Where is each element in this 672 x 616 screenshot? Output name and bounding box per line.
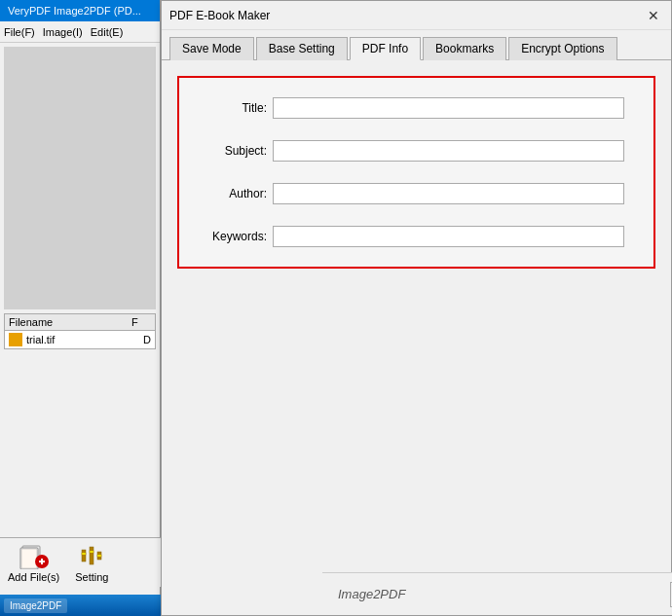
menu-image[interactable]: Image(I) — [43, 26, 83, 38]
author-row: Author: — [199, 183, 624, 204]
bg-toolbar: Add File(s) Setting — [0, 537, 161, 587]
add-file-icon — [19, 542, 50, 569]
tab-save-mode[interactable]: Save Mode — [169, 37, 254, 60]
setting-button[interactable]: Setting — [75, 542, 108, 583]
title-row: Title: — [199, 97, 624, 119]
col-f: F — [131, 316, 151, 328]
svg-rect-7 — [90, 547, 93, 564]
add-files-button[interactable]: Add File(s) — [8, 542, 59, 583]
menu-file[interactable]: File(F) — [4, 26, 35, 38]
brand-label: Image2PDF — [338, 587, 405, 601]
bg-titlebar: VeryPDF Image2PDF (PD... — [0, 0, 160, 21]
dialog-titlebar: PDF E-Book Maker ✕ — [162, 1, 671, 30]
tab-bookmarks[interactable]: Bookmarks — [423, 37, 506, 60]
dialog-window: PDF E-Book Maker ✕ Save Mode Base Settin… — [161, 0, 672, 616]
title-input[interactable] — [273, 97, 624, 119]
file-list-row: trial.tif D — [5, 331, 155, 348]
bg-menubar: File(F) Image(I) Edit(E) — [0, 21, 160, 43]
keywords-label: Keywords: — [199, 230, 267, 243]
tab-bar: Save Mode Base Setting PDF Info Bookmark… — [162, 30, 671, 60]
file-name: trial.tif — [26, 334, 55, 345]
keywords-input[interactable] — [273, 226, 624, 247]
tab-base-setting[interactable]: Base Setting — [256, 37, 348, 60]
menu-edit[interactable]: Edit(E) — [91, 26, 124, 38]
file-list-header: Filename F — [5, 314, 155, 331]
close-button[interactable]: ✕ — [644, 6, 663, 25]
setting-label: Setting — [75, 571, 108, 583]
author-label: Author: — [199, 187, 267, 200]
svg-rect-6 — [82, 550, 86, 562]
file-tif-icon — [9, 333, 22, 346]
tab-encrypt-options[interactable]: Encrypt Options — [508, 37, 616, 60]
setting-icon — [76, 542, 107, 569]
taskbar-item[interactable]: Image2PDF — [4, 598, 67, 613]
dialog-title: PDF E-Book Maker — [169, 9, 270, 22]
keywords-row: Keywords: — [199, 226, 624, 247]
svg-rect-10 — [90, 551, 93, 553]
subject-label: Subject: — [199, 144, 267, 158]
bg-file-list: Filename F trial.tif D — [4, 313, 156, 349]
tab-pdf-info[interactable]: PDF Info — [350, 37, 421, 60]
col-filename: Filename — [9, 316, 131, 328]
add-files-label: Add File(s) — [8, 571, 59, 583]
background-app: VeryPDF Image2PDF (PD... File(F) Image(I… — [0, 0, 161, 616]
subject-row: Subject: — [199, 140, 624, 162]
subject-input[interactable] — [273, 140, 624, 162]
svg-rect-9 — [82, 553, 86, 555]
author-input[interactable] — [273, 183, 624, 204]
file-value: D — [143, 334, 151, 345]
svg-rect-5 — [41, 559, 43, 564]
pdf-info-form: Title: Subject: Author: Keywords: — [177, 76, 655, 269]
bg-title: VeryPDF Image2PDF (PD... — [8, 5, 141, 17]
taskbar: Image2PDF — [0, 595, 161, 616]
dialog-footer: Image2PDF 确定 取消 — [322, 572, 672, 615]
svg-rect-11 — [97, 555, 101, 557]
title-label: Title: — [199, 101, 267, 115]
svg-rect-2 — [21, 549, 37, 568]
bg-preview-area — [4, 47, 156, 309]
